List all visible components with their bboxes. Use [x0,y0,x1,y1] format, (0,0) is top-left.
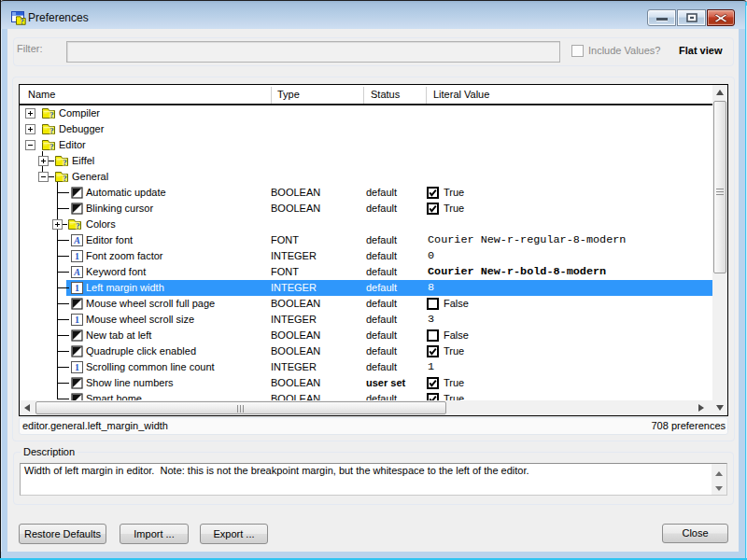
svg-text:?: ? [76,221,79,231]
svg-text:1: 1 [75,251,79,261]
svg-text:?: ? [49,126,53,135]
svg-text:?: ? [63,158,66,167]
svg-text:1: 1 [75,283,79,293]
svg-text:?: ? [49,110,53,119]
svg-text:?: ? [49,142,53,151]
svg-text:1: 1 [75,315,79,325]
svg-text:A: A [73,235,80,245]
svg-text:?: ? [21,18,24,25]
svg-text:?: ? [63,174,66,183]
svg-text:1: 1 [75,362,79,372]
svg-text:A: A [73,267,80,277]
